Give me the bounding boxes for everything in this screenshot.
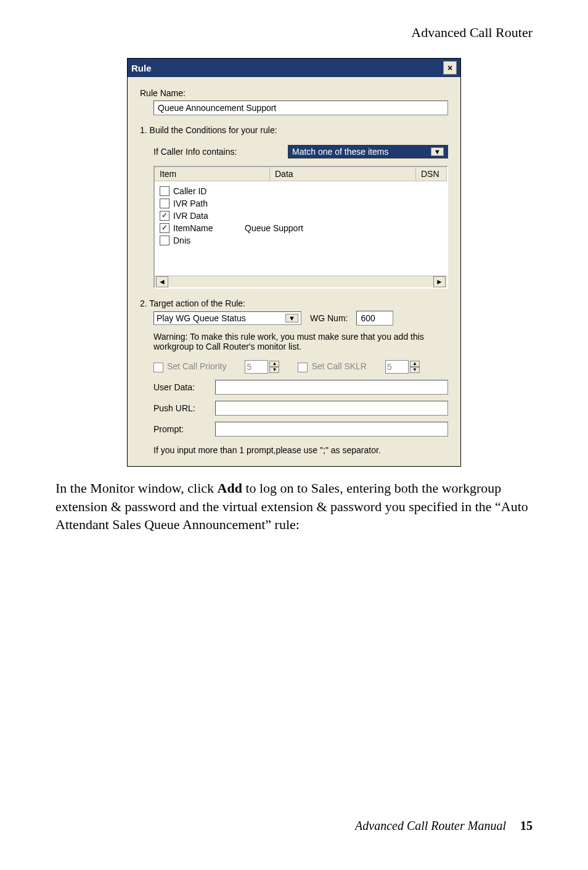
user-data-input[interactable] xyxy=(215,380,448,395)
item-name: ItemName xyxy=(173,223,241,233)
col-data: Data xyxy=(270,167,416,181)
list-item[interactable]: Caller ID xyxy=(160,185,442,197)
item-name: Caller ID xyxy=(173,186,206,196)
chevron-down-icon: ▼ xyxy=(285,314,298,322)
dialog-titlebar: Rule × xyxy=(128,59,460,77)
priority-spin[interactable]: ▲▼ xyxy=(245,360,279,374)
para-pre: In the Monitor window, click xyxy=(55,480,218,496)
checkbox-icon[interactable]: ✓ xyxy=(160,223,169,233)
target-action-select[interactable]: Play WG Queue Status ▼ xyxy=(153,311,301,325)
set-call-priority-check[interactable]: Set Call Priority xyxy=(153,361,226,372)
set-call-sklr-label: Set Call SKLR xyxy=(311,361,366,371)
listview-header: Item Data DSN xyxy=(155,167,447,181)
page-number: 15 xyxy=(520,819,533,832)
spin-up-icon[interactable]: ▲ xyxy=(269,361,279,367)
rule-name-label: Rule Name: xyxy=(140,88,448,98)
list-item[interactable]: IVR Path xyxy=(160,197,442,210)
col-dsn: DSN xyxy=(416,167,447,181)
list-item[interactable]: ✓ItemNameQueue Support xyxy=(160,222,442,234)
sklr-value xyxy=(385,360,409,374)
spin-up-icon[interactable]: ▲ xyxy=(410,361,420,367)
push-url-input[interactable] xyxy=(215,401,448,416)
list-item[interactable]: Dnis xyxy=(160,234,442,247)
checkbox-icon[interactable] xyxy=(160,199,169,208)
para-bold: Add xyxy=(218,480,242,496)
close-icon[interactable]: × xyxy=(443,61,457,75)
target-action-value: Play WG Queue Status xyxy=(157,313,246,323)
warning-text: Warning: To make this rule work, you mus… xyxy=(153,332,448,351)
spin-down-icon[interactable]: ▼ xyxy=(269,367,279,373)
scroll-left-icon[interactable]: ◄ xyxy=(156,276,168,287)
wg-num-label: WG Num: xyxy=(310,313,348,323)
page-header: Advanced Call Router xyxy=(55,25,533,41)
spin-down-icon[interactable]: ▼ xyxy=(410,367,420,373)
prompt-label: Prompt: xyxy=(153,424,209,434)
footer-title: Advanced Call Router Manual xyxy=(355,819,506,832)
dialog-title: Rule xyxy=(131,63,152,73)
checkbox-icon[interactable]: ✓ xyxy=(160,211,169,221)
item-name: Dnis xyxy=(173,236,190,245)
priority-value xyxy=(245,360,268,374)
checkbox-icon[interactable] xyxy=(160,236,169,245)
scroll-right-icon[interactable]: ► xyxy=(433,276,446,287)
push-url-label: Push URL: xyxy=(153,403,209,413)
wg-num-input[interactable] xyxy=(356,311,393,326)
set-call-priority-label: Set Call Priority xyxy=(167,361,226,371)
page-footer: Advanced Call Router Manual 15 xyxy=(355,819,533,833)
rule-dialog: Rule × Rule Name: 1. Build the Condition… xyxy=(127,58,461,467)
match-mode-select[interactable]: Match one of these items ▼ xyxy=(288,145,448,158)
target-action-label: 2. Target action of the Rule: xyxy=(140,298,448,308)
rule-name-input[interactable] xyxy=(153,101,448,115)
h-scrollbar[interactable]: ◄ ► xyxy=(155,276,447,287)
list-item[interactable]: ✓IVR Data xyxy=(160,210,442,222)
user-data-label: User Data: xyxy=(153,382,209,392)
sklr-spin[interactable]: ▲▼ xyxy=(385,360,420,374)
checkbox-icon[interactable] xyxy=(160,186,169,196)
caller-info-label: If Caller Info contains: xyxy=(153,147,237,157)
item-name: IVR Data xyxy=(173,211,208,221)
item-data: Queue Support xyxy=(245,223,303,233)
conditions-listview[interactable]: Item Data DSN Caller ID IVR Path ✓IVR Da… xyxy=(153,166,448,289)
set-call-sklr-check[interactable]: Set Call SKLR xyxy=(298,361,366,372)
match-mode-value: Match one of these items xyxy=(292,147,388,157)
body-paragraph: In the Monitor window, click Add to log … xyxy=(55,479,533,534)
chevron-down-icon: ▼ xyxy=(431,147,444,156)
separator-note: If you input more than 1 prompt,please u… xyxy=(153,445,448,455)
item-name: IVR Path xyxy=(173,199,208,208)
col-item: Item xyxy=(155,167,270,181)
build-conditions-label: 1. Build the Conditions for your rule: xyxy=(140,125,448,135)
prompt-input[interactable] xyxy=(215,422,448,437)
